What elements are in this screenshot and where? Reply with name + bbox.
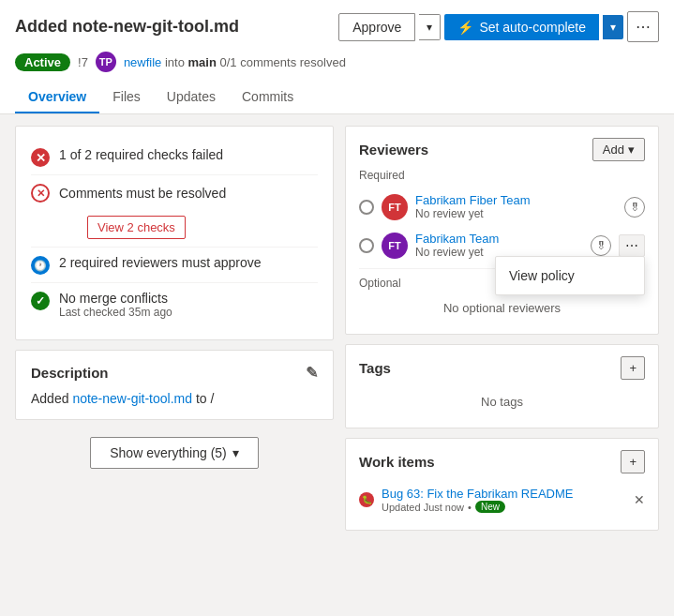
tags-header: Tags + [359,356,645,380]
add-work-item-icon: + [629,455,637,469]
description-title: Description [31,365,109,381]
comments-check-inner: ✕ Comments must be resolved [31,183,318,203]
comments-check-label: Comments must be resolved [59,186,226,201]
show-everything-button[interactable]: Show everything (5) ▾ [90,437,259,469]
description-header: Description ✎ [31,364,318,382]
approve-dropdown-button[interactable]: ▾ [419,14,441,40]
comments-check-row: ✕ Comments must be resolved View 2 check… [31,174,318,247]
merge-conflicts-info: No merge conflicts Last checked 35m ago [59,291,172,319]
description-link[interactable]: note-new-git-tool.md [72,391,192,406]
left-column: ✕ 1 of 2 required checks failed ✕ Commen… [15,126,334,531]
autocomplete-label: Set auto-complete [479,20,586,35]
reviewer-dropdown: View policy [495,256,645,295]
reviewers-check-label: 2 required reviewers must approve [59,255,262,270]
view-policy-item[interactable]: View policy [496,261,644,291]
header-actions: Approve ▾ ⚡ Set auto-complete ▾ ⋯ [338,11,659,42]
more-button[interactable]: ⋯ [627,11,659,42]
add-reviewer-button[interactable]: Add ▾ [592,138,645,161]
work-items-header: Work items + [359,450,645,473]
reviewer-radio-1 [359,200,374,215]
pr-meta-text: newfile into main 0/1 comments resolved [124,55,346,69]
work-item-info: Bug 63: Fix the Fabrikam README Updated … [382,487,626,513]
reviewers-section: Reviewers Add ▾ Required FT Fabrikam Fib… [345,126,659,335]
into-text: into [165,55,188,69]
tabs: Overview Files Updates Commits [15,82,659,113]
no-optional-text: No optional reviewers [359,293,645,323]
add-work-item-button[interactable]: + [621,450,645,473]
autocomplete-button[interactable]: ⚡ Set auto-complete [444,14,599,40]
work-item-meta: Updated Just now • New [382,501,626,513]
add-tag-button[interactable]: + [621,356,645,380]
work-item-updated: Updated Just now [382,502,464,513]
no-tags-text: No tags [359,387,645,416]
checks-summary-item: ✕ 1 of 2 required checks failed [31,140,318,174]
show-everything-wrapper: Show everything (5) ▾ [15,429,334,473]
reviewer-item-fabrikam: FT Fabrikam Team No review yet 🎖 ⋯ View … [359,226,645,264]
tab-updates[interactable]: Updates [154,82,229,113]
bug-icon: 🐛 [359,492,374,507]
right-column: Reviewers Add ▾ Required FT Fabrikam Fib… [345,126,659,531]
tags-section: Tags + No tags [345,344,659,428]
avatar: TP [96,52,116,72]
reviewer-badge-1[interactable]: 🎖 [624,197,645,218]
work-item-close-button[interactable]: ✕ [634,492,645,507]
view-checks-wrapper: View 2 checks [59,210,318,239]
reviewer-info-2: Fabrikam Team No review yet [415,232,583,259]
main-content: ✕ 1 of 2 required checks failed ✕ Commen… [0,114,674,542]
tab-commits[interactable]: Commits [229,82,307,113]
add-reviewer-arrow: ▾ [628,143,635,157]
reviewers-title: Reviewers [359,142,428,158]
reviewer-radio-2 [359,238,374,253]
show-everything-label: Show everything (5) [110,445,227,460]
autocomplete-icon: ⚡ [457,20,473,35]
separator-dot: • [468,502,472,513]
clock-icon: 🕐 [31,256,50,275]
reviewers-check-item: 🕐 2 required reviewers must approve [31,247,318,282]
approve-button[interactable]: Approve [338,13,415,41]
show-everything-arrow: ▾ [232,445,239,460]
description-text: Added note-new-git-tool.md to / [31,391,318,406]
work-item-title[interactable]: Bug 63: Fix the Fabrikam README [382,487,626,501]
header: Added note-new-git-tool.md Approve ▾ ⚡ S… [0,0,674,114]
reviewer-info-1: Fabrikam Fiber Team No review yet [415,193,617,220]
branch-from-link[interactable]: newfile [124,55,161,69]
comments-status-text: 0/1 comments resolved [220,55,346,69]
checks-card: ✕ 1 of 2 required checks failed ✕ Commen… [15,126,334,340]
pr-number: !7 [78,55,88,69]
description-card: Description ✎ Added note-new-git-tool.md… [15,350,334,420]
add-tag-icon: + [629,361,637,375]
add-reviewer-label: Add [603,143,624,157]
tab-overview[interactable]: Overview [15,82,99,113]
tab-files[interactable]: Files [99,82,154,113]
reviewer-item-fabrikam-fiber: FT Fabrikam Fiber Team No review yet 🎖 [359,188,645,226]
checks-summary-label: 1 of 2 required checks failed [59,147,223,162]
error-icon: ✕ [31,148,50,167]
required-label: Required [359,169,645,182]
pr-meta: Active !7 TP newfile into main 0/1 comme… [15,52,659,72]
branch-to-link[interactable]: main [188,55,217,69]
pr-title: Added note-new-git-tool.md [15,17,239,37]
view-checks-button[interactable]: View 2 checks [87,216,186,239]
merge-conflicts-sub: Last checked 35m ago [59,306,172,319]
edit-icon[interactable]: ✎ [306,364,318,382]
reviewer-kebab-button[interactable]: ⋯ [619,234,645,257]
reviewer-badge-2[interactable]: 🎖 [591,235,611,256]
work-item-row: 🐛 Bug 63: Fix the Fabrikam README Update… [359,481,645,518]
reviewer-name-1[interactable]: Fabrikam Fiber Team [415,193,617,207]
reviewer-name-2[interactable]: Fabrikam Team [415,232,583,246]
reviewers-header: Reviewers Add ▾ [359,138,645,161]
work-item-status: New [475,501,505,513]
work-items-section: Work items + 🐛 Bug 63: Fix the Fabrikam … [345,438,659,531]
reviewer-status-1: No review yet [415,207,617,220]
reviewer-avatar-2: FT [382,233,408,259]
active-badge: Active [15,53,70,71]
autocomplete-arrow-button[interactable]: ▾ [603,15,623,39]
reviewer-avatar-1: FT [382,194,408,220]
checkmark-icon: ✓ [31,292,50,310]
merge-conflicts-label: No merge conflicts [59,291,172,306]
header-top: Added note-new-git-tool.md Approve ▾ ⚡ S… [15,11,659,42]
work-items-title: Work items [359,454,435,470]
comments-error-icon: ✕ [31,184,50,203]
tags-title: Tags [359,360,391,376]
merge-conflicts-item: ✓ No merge conflicts Last checked 35m ag… [31,282,318,326]
